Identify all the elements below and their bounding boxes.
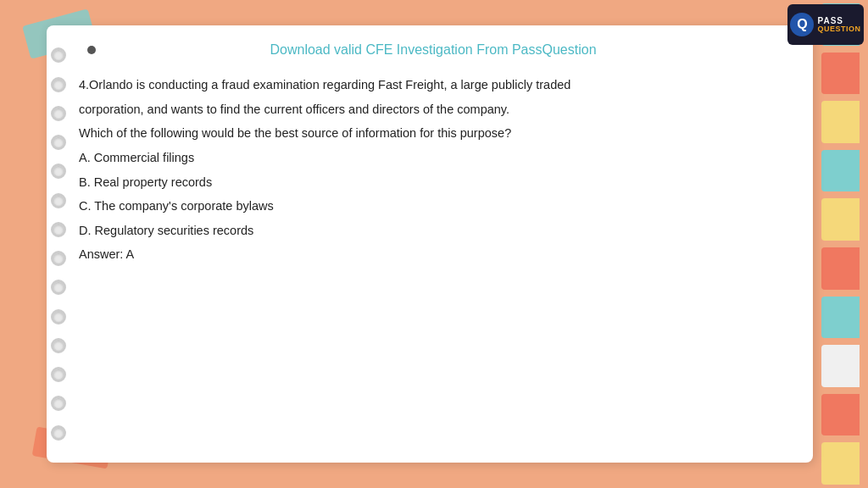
tab-2	[821, 53, 860, 95]
question-line2: corporation, and wants to find the curre…	[79, 99, 787, 120]
question-block: 4.Orlando is conducting a fraud examinat…	[79, 75, 787, 269]
option-d: D. Regulatory securities records	[79, 220, 787, 241]
spiral-ring	[51, 280, 66, 295]
option-b: B. Real property records	[79, 172, 787, 193]
logo-q-icon: Q	[790, 13, 814, 36]
spiral-ring	[51, 135, 66, 150]
tab-8	[821, 345, 860, 387]
spiral-ring	[51, 396, 66, 411]
tab-3	[821, 101, 860, 143]
bullet-icon	[87, 46, 96, 54]
answer-text: Answer: A	[79, 244, 787, 265]
logo-pass-text: PASS	[817, 16, 860, 25]
question-line1: 4.Orlando is conducting a fraud examinat…	[79, 75, 787, 96]
tab-7	[821, 297, 860, 339]
spiral-ring	[51, 251, 66, 266]
spiral-ring	[51, 222, 66, 237]
option-a: A. Commercial filings	[79, 147, 787, 169]
tab-10	[821, 442, 860, 485]
spiral-ring	[51, 77, 66, 92]
spiral-ring	[51, 164, 66, 179]
spiral-ring	[51, 47, 66, 63]
spiral-ring	[51, 367, 66, 382]
tab-5	[821, 198, 860, 241]
tab-9	[821, 394, 860, 436]
spiral-ring	[51, 309, 66, 324]
spiral-ring	[51, 425, 66, 441]
logo-question-text: QUESTION	[817, 25, 860, 34]
spiral-binding	[47, 25, 70, 463]
option-c: C. The company's corporate bylaws	[79, 196, 787, 217]
passquestion-logo: Q PASS QUESTION	[787, 4, 864, 45]
header-area: Download valid CFE Investigation From Pa…	[79, 42, 787, 58]
download-link[interactable]: Download valid CFE Investigation From Pa…	[270, 42, 596, 58]
notebook-content: Download valid CFE Investigation From Pa…	[70, 25, 813, 463]
notebook-card: Download valid CFE Investigation From Pa…	[47, 25, 813, 463]
spiral-ring	[51, 193, 66, 208]
spiral-ring	[51, 338, 66, 353]
spiral-ring	[51, 106, 66, 121]
question-line3: Which of the following would be the best…	[79, 123, 787, 144]
tab-6	[821, 247, 860, 290]
right-tabs-decoration	[821, 0, 868, 488]
tab-4	[821, 150, 860, 192]
logo-text-block: PASS QUESTION	[817, 16, 860, 34]
